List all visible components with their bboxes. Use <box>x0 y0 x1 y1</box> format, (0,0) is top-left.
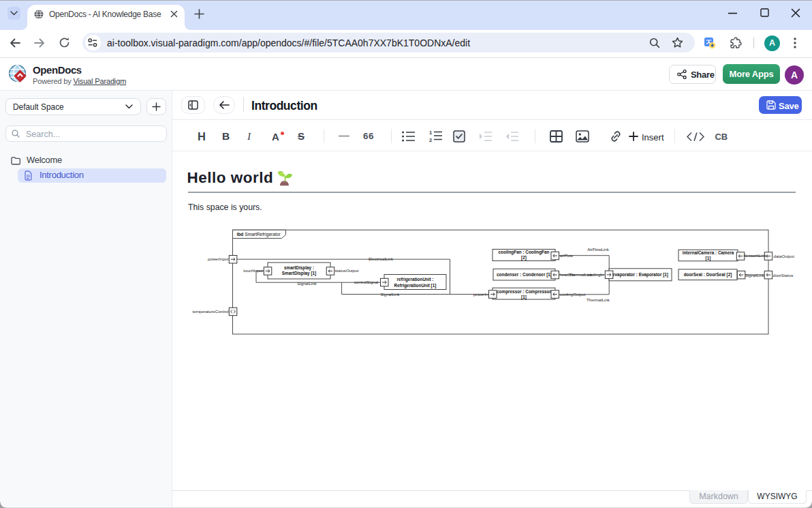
svg-text:ThermalLink: ThermalLink <box>587 297 610 302</box>
svg-text:dataOutput: dataOutput <box>774 254 795 258</box>
svg-text:controlSignal: controlSignal <box>354 280 379 284</box>
svg-text:doorSeal : DoorSeal [2]: doorSeal : DoorSeal [2] <box>684 272 732 278</box>
svg-text:smartDisplay :: smartDisplay : <box>284 265 314 271</box>
svg-text:[1]: [1] <box>521 295 527 300</box>
svg-text:ElectricalLink: ElectricalLink <box>369 256 394 261</box>
svg-text:coolingIn: coolingIn <box>587 272 604 277</box>
svg-text:touchInput: touchInput <box>243 268 263 273</box>
svg-text:doorStatus: doorStatus <box>773 273 794 278</box>
svg-text:powerInput: powerInput <box>208 256 229 261</box>
svg-text:powerIn: powerIn <box>473 292 488 297</box>
svg-text:SignalLink: SignalLink <box>745 273 765 278</box>
svg-text:internalCamera : Camera: internalCamera : Camera <box>683 250 734 255</box>
svg-text:NetworkLink: NetworkLink <box>744 253 768 258</box>
svg-text:2: 2 <box>429 137 432 143</box>
svg-text:[1]: [1] <box>706 256 711 261</box>
svg-text:RefrigerationUnit [1]: RefrigerationUnit [1] <box>394 283 437 288</box>
svg-text:evaporator : Evaporator [1]: evaporator : Evaporator [1] <box>612 272 668 278</box>
svg-text:temperatureControl: temperatureControl <box>193 309 229 314</box>
svg-text:statusOutput: statusOutput <box>335 268 359 273</box>
svg-text:ibd SmartRefrigerator: ibd SmartRefrigerator <box>237 232 281 237</box>
svg-text:compressor : Compressor: compressor : Compressor <box>497 289 551 295</box>
svg-text:condenser : Condenser [1]: condenser : Condenser [1] <box>497 272 552 278</box>
svg-text:SmartDisplay [1]: SmartDisplay [1] <box>282 271 316 276</box>
svg-text:SignalLink: SignalLink <box>380 292 400 297</box>
svg-text:[2]: [2] <box>521 255 527 260</box>
svg-text:coolingOutput: coolingOutput <box>560 292 586 297</box>
svg-text:refrigerationUnit :: refrigerationUnit : <box>397 277 434 282</box>
svg-text:1: 1 <box>429 130 432 136</box>
svg-text:SignalLink: SignalLink <box>297 281 317 286</box>
svg-text:AirFlowLink: AirFlowLink <box>587 247 610 252</box>
svg-text:airFlow: airFlow <box>560 253 574 258</box>
svg-text:coolingFan : CoolingFan: coolingFan : CoolingFan <box>499 250 550 255</box>
